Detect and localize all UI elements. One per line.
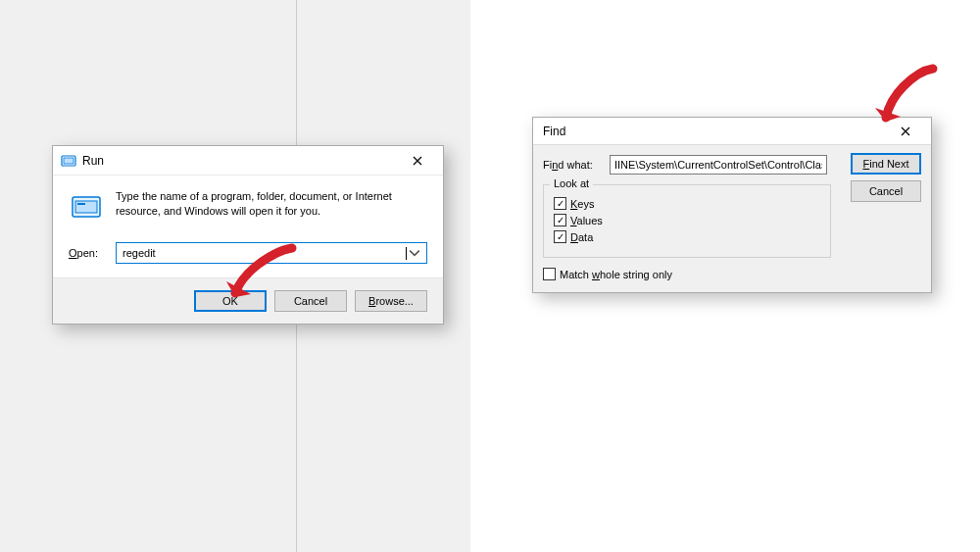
find-next-button[interactable]: Find Next bbox=[851, 153, 921, 175]
find-title: Find bbox=[543, 125, 886, 138]
look-at-label: Look at bbox=[550, 177, 593, 189]
run-open-combobox[interactable]: regedit bbox=[116, 242, 427, 264]
run-program-icon bbox=[61, 153, 76, 169]
find-body: Find what: Find Next Cancel Look at Keys… bbox=[533, 145, 931, 292]
run-open-value: regedit bbox=[122, 247, 405, 259]
match-whole-label: Match whole string only bbox=[560, 269, 672, 280]
svg-rect-3 bbox=[75, 201, 97, 213]
run-open-label: Open: bbox=[69, 247, 104, 259]
match-whole-row[interactable]: Match whole string only bbox=[543, 268, 921, 280]
run-titlebar[interactable]: Run bbox=[53, 146, 443, 176]
run-footer: OK Cancel Browse... bbox=[53, 277, 443, 324]
values-checkbox-row[interactable]: Values bbox=[554, 214, 820, 226]
find-dialog: Find Find what: Find Next Cancel Look at… bbox=[532, 117, 932, 293]
data-label: Data bbox=[570, 231, 593, 243]
values-label: Values bbox=[570, 215, 603, 226]
ok-button[interactable]: OK bbox=[194, 290, 267, 312]
svg-rect-4 bbox=[77, 203, 85, 205]
run-title: Run bbox=[82, 154, 398, 168]
keys-checkbox-row[interactable]: Keys bbox=[554, 197, 820, 210]
data-checkbox-row[interactable]: Data bbox=[554, 230, 820, 243]
find-close-button[interactable] bbox=[886, 120, 925, 143]
cancel-button[interactable]: Cancel bbox=[274, 290, 347, 312]
find-what-label: Find what: bbox=[543, 159, 602, 171]
browse-button[interactable]: Browse... bbox=[355, 290, 427, 312]
match-whole-checkbox[interactable] bbox=[543, 268, 556, 280]
values-checkbox[interactable] bbox=[554, 214, 566, 226]
find-titlebar[interactable]: Find bbox=[533, 118, 931, 145]
run-body: Type the name of a program, folder, docu… bbox=[53, 176, 443, 277]
run-close-button[interactable] bbox=[398, 149, 437, 173]
run-big-icon bbox=[69, 189, 104, 225]
find-what-input[interactable] bbox=[610, 155, 827, 175]
look-at-groupbox: Look at Keys Values Data bbox=[543, 184, 831, 258]
svg-rect-1 bbox=[64, 158, 74, 164]
keys-checkbox[interactable] bbox=[554, 197, 566, 210]
data-checkbox[interactable] bbox=[554, 230, 566, 243]
close-icon bbox=[413, 156, 422, 166]
keys-label: Keys bbox=[570, 198, 594, 210]
find-cancel-button[interactable]: Cancel bbox=[851, 180, 921, 202]
run-dialog: Run Type the name of a program, folder, … bbox=[52, 145, 444, 325]
close-icon bbox=[901, 126, 910, 136]
run-description: Type the name of a program, folder, docu… bbox=[116, 189, 427, 225]
dropdown-arrow-icon[interactable] bbox=[407, 245, 422, 261]
